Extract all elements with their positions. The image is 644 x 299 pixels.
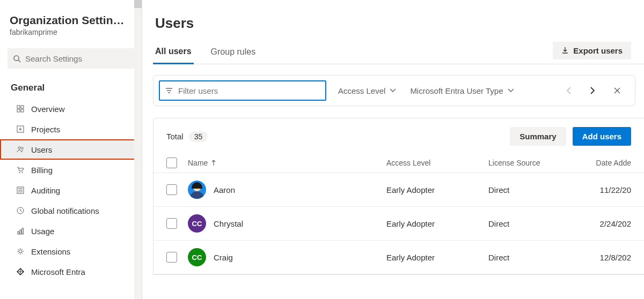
sidebar-item-label: Extensions (31, 247, 70, 256)
svg-point-23 (19, 250, 22, 253)
sidebar-item-label: Usage (31, 227, 54, 236)
sidebar-section-general: General (0, 69, 142, 99)
sidebar-item-label: Projects (31, 125, 60, 134)
access-level-dropdown[interactable]: Access Level (336, 83, 398, 99)
svg-line-1 (18, 60, 20, 62)
avatar: CC (188, 248, 206, 266)
sidebar-item-auditing[interactable]: Auditing (0, 180, 142, 200)
table-row[interactable]: CCCraigEarly AdopterDirect12/8/202 (153, 241, 644, 274)
chevron-down-icon (508, 88, 514, 93)
gear-icon (16, 248, 25, 255)
diamond-icon (16, 268, 25, 275)
chevron-down-icon (390, 88, 396, 93)
access-level-label: Access Level (338, 86, 385, 95)
tab-row: All users Group rules Export users (153, 41, 644, 64)
table-row[interactable]: CCChrystalEarly AdopterDirect2/24/202 (153, 207, 644, 241)
svg-rect-20 (18, 231, 19, 234)
filter-icon (165, 87, 173, 94)
user-access-level: Early Adopter (386, 219, 488, 228)
row-checkbox[interactable] (166, 184, 177, 195)
prev-page-button[interactable] (566, 86, 577, 95)
row-checkbox[interactable] (166, 218, 177, 229)
sidebar-item-label: Overview (31, 104, 65, 114)
svg-point-9 (18, 147, 20, 149)
add-users-button[interactable]: Add users (573, 127, 631, 146)
search-icon (13, 55, 21, 63)
filter-bar: Access Level Microsoft Entra User Type (153, 75, 635, 106)
entra-user-type-dropdown[interactable]: Microsoft Entra User Type (408, 83, 516, 99)
svg-point-12 (22, 172, 23, 173)
clear-filter-button[interactable] (613, 87, 624, 94)
next-page-button[interactable] (590, 86, 601, 95)
user-date-added: 11/22/20 (574, 185, 631, 195)
svg-point-11 (19, 172, 20, 173)
export-users-button[interactable]: Export users (553, 42, 631, 59)
svg-rect-5 (21, 109, 24, 112)
column-access-level[interactable]: Access Level (386, 159, 488, 167)
user-name: Craig (214, 253, 233, 262)
column-name-label: Name (188, 159, 208, 167)
export-users-label: Export users (573, 46, 623, 55)
user-date-added: 12/8/202 (574, 253, 631, 262)
column-license-source[interactable]: License Source (488, 159, 574, 167)
sidebar: Organization Settin… fabrikamprime Gener… (0, 0, 142, 299)
page-title: Users (153, 15, 644, 32)
sidebar-item-label: Auditing (31, 186, 60, 195)
row-checkbox[interactable] (166, 252, 177, 263)
people-icon (16, 146, 25, 153)
filter-users-input-wrap[interactable] (159, 80, 326, 101)
users-card: Total 35 Summary Add users Name Access L… (153, 118, 644, 275)
column-date-added[interactable]: Date Adde (574, 159, 631, 167)
sidebar-item-usage[interactable]: Usage (0, 221, 142, 241)
user-name: Chrystal (214, 219, 243, 228)
sidebar-item-projects[interactable]: Projects (0, 119, 142, 139)
filter-users-input[interactable] (178, 86, 320, 95)
download-icon (561, 47, 569, 54)
user-license-source: Direct (488, 219, 574, 228)
sidebar-item-label: Microsoft Entra (31, 267, 85, 276)
search-settings[interactable] (8, 48, 134, 69)
table-row[interactable]: AaronEarly AdopterDirect11/22/20 (153, 173, 644, 207)
summary-button[interactable]: Summary (510, 127, 566, 146)
svg-line-19 (20, 211, 22, 212)
sidebar-item-users[interactable]: Users (0, 139, 142, 160)
select-all-checkbox[interactable] (166, 158, 177, 168)
user-access-level: Early Adopter (386, 185, 488, 195)
avatar: CC (188, 214, 206, 233)
user-name: Aaron (214, 185, 235, 195)
sidebar-item-global-notifications[interactable]: Global notifications (0, 200, 142, 221)
svg-point-10 (21, 147, 23, 150)
avatar (188, 181, 206, 199)
sort-asc-icon (211, 160, 216, 166)
sidebar-item-extensions[interactable]: Extensions (0, 241, 142, 261)
chart-icon (16, 227, 25, 235)
scrollbar[interactable] (134, 0, 142, 299)
user-license-source: Direct (488, 185, 574, 195)
svg-point-0 (14, 55, 19, 60)
svg-rect-22 (22, 228, 24, 234)
cart-icon (16, 166, 25, 174)
search-settings-input[interactable] (25, 54, 129, 63)
sidebar-item-billing[interactable]: Billing (0, 160, 142, 180)
user-access-level: Early Adopter (386, 253, 488, 262)
list-icon (16, 186, 25, 194)
clock-icon (16, 207, 25, 214)
tab-all-users[interactable]: All users (153, 41, 194, 64)
svg-rect-3 (21, 106, 24, 108)
sidebar-item-entra[interactable]: Microsoft Entra (0, 261, 142, 282)
user-date-added: 2/24/202 (574, 219, 631, 228)
sidebar-title: Organization Settin… (10, 14, 128, 27)
svg-rect-21 (20, 230, 21, 234)
plus-box-icon (16, 125, 25, 133)
sidebar-item-overview[interactable]: Overview (0, 99, 142, 119)
column-name[interactable]: Name (188, 159, 386, 167)
entra-user-type-label: Microsoft Entra User Type (410, 86, 503, 95)
sidebar-subtitle: fabrikamprime (10, 28, 132, 36)
svg-rect-2 (17, 106, 20, 108)
grid-icon (16, 105, 25, 113)
table-header: Name Access Level License Source Date Ad… (153, 153, 644, 173)
total-count: 35 (189, 131, 208, 142)
svg-rect-4 (17, 109, 20, 112)
total-label: Total (166, 132, 184, 141)
tab-group-rules[interactable]: Group rules (209, 42, 258, 63)
